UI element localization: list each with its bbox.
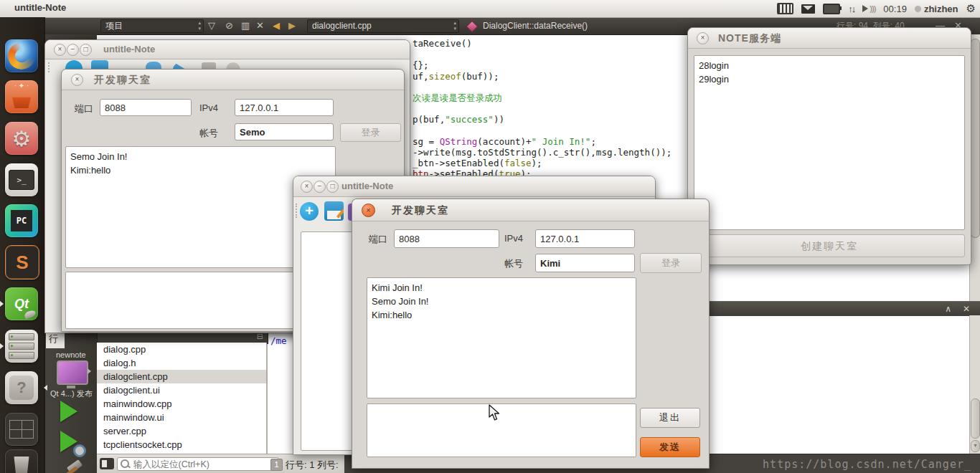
ipv4-input[interactable] xyxy=(535,229,635,248)
clock[interactable]: 00:19 xyxy=(883,4,907,14)
pane-scrollbar-thumb[interactable] xyxy=(971,398,980,439)
pane-scrollbar[interactable]: ▾ xyxy=(969,315,980,454)
launcher-item-firefox[interactable] xyxy=(5,39,38,72)
save-note-button[interactable] xyxy=(324,201,344,221)
mail-icon[interactable] xyxy=(801,4,815,14)
message-input-2[interactable] xyxy=(367,403,636,457)
session-gear-icon[interactable]: ⚙ xyxy=(966,2,976,15)
server-close-button[interactable]: × xyxy=(697,32,709,44)
launcher-item-system-settings[interactable] xyxy=(5,122,38,155)
file-row[interactable]: tcpclientsocket.cpp xyxy=(97,438,266,452)
create-room-button[interactable]: 创建聊天室 xyxy=(694,234,965,257)
launcher-item-pycharm[interactable]: PC xyxy=(5,204,38,237)
file-row[interactable]: dialog.cpp xyxy=(97,343,266,356)
scroll-down-button[interactable]: ▾ xyxy=(971,440,980,452)
dialog1-close-button[interactable]: × xyxy=(71,74,83,86)
locator-input[interactable] xyxy=(117,457,279,471)
watermark: https://blog.csdn.net/Canger_ xyxy=(763,458,971,471)
project-combo[interactable]: 项目 ▴▾ xyxy=(100,19,204,33)
focused-indicator xyxy=(41,385,47,391)
exit-button[interactable]: 退出 xyxy=(640,408,700,428)
launcher-item-help-unknown[interactable]: ? xyxy=(5,371,38,404)
file-row[interactable]: dialogclient.cpp xyxy=(97,370,266,383)
file-row[interactable]: dialog.h xyxy=(97,356,266,370)
window2-title: untitle-Note xyxy=(341,181,393,191)
launcher-item-trash[interactable] xyxy=(5,449,38,473)
keyboard-indicator-icon[interactable] xyxy=(777,3,793,14)
active-app-title[interactable]: untitle-Note xyxy=(14,2,66,13)
dialog2-titlebar[interactable]: × 开发聊天室 xyxy=(352,199,709,221)
account-input[interactable] xyxy=(235,123,334,140)
code-line xyxy=(413,82,672,92)
editor-scrollbar-thumb[interactable] xyxy=(971,39,980,238)
forward-icon[interactable]: ▶ xyxy=(288,20,296,32)
symbol-icon xyxy=(466,21,479,33)
code-path-fragment: /me xyxy=(270,335,287,346)
file-row[interactable]: mainwindow.cpp xyxy=(97,397,266,411)
code-line: {}; xyxy=(413,59,672,70)
window2-maximize-button[interactable]: □ xyxy=(326,181,339,193)
running-indicator xyxy=(0,301,6,307)
open-documents-list: dialog.cppdialog.hdialogclient.cppdialog… xyxy=(97,343,267,471)
launcher-item-workspace-switcher[interactable] xyxy=(5,413,38,446)
close-doc-icon[interactable]: ✕ xyxy=(256,20,264,32)
ipv4-label: IPv4 xyxy=(199,102,218,113)
dialog2-close-button[interactable]: × xyxy=(362,204,375,217)
window2-close-button[interactable]: × xyxy=(301,181,313,193)
code-line: ->write(msg.toStdString().c_str(),msg.le… xyxy=(413,147,672,158)
file-combo[interactable]: dialogclient.cpp ▴▾ xyxy=(307,19,459,33)
battery-icon[interactable] xyxy=(823,4,840,14)
editor-divider xyxy=(267,330,268,454)
pane-close-icon[interactable]: ✕ xyxy=(963,304,970,314)
chat-log-2[interactable]: Kimi Join In! Semo Join In! Kimi:hello xyxy=(367,277,636,398)
code-line xyxy=(413,125,672,136)
filter-icon[interactable]: ▽ xyxy=(208,20,215,32)
back-icon[interactable]: ◀ xyxy=(273,20,280,32)
window2-minimize-button[interactable]: − xyxy=(314,181,326,193)
launcher-item-sublime-text[interactable]: S xyxy=(5,245,39,280)
target-expand-icon[interactable] xyxy=(88,368,94,374)
link-icon[interactable]: ⊘ xyxy=(225,20,233,32)
kit-label: Qt 4...) 发布 xyxy=(50,388,93,399)
account-input[interactable] xyxy=(535,254,635,272)
pane-collapse-icon[interactable]: ∧ xyxy=(945,304,951,314)
file-row[interactable]: server.cpp xyxy=(97,424,266,438)
window1-close-button[interactable]: × xyxy=(54,44,66,56)
server-titlebar[interactable]: × NOTE服务端 xyxy=(688,28,971,49)
launcher-item-qt-creator[interactable]: Qt xyxy=(5,287,38,320)
send-button[interactable]: 发送 xyxy=(640,437,700,457)
window1-maximize-button[interactable]: □ xyxy=(80,44,92,56)
window1-minimize-button[interactable]: − xyxy=(67,44,79,56)
network-arrows-icon[interactable]: ↑↓ xyxy=(848,4,854,14)
ipv4-input[interactable] xyxy=(235,99,334,116)
run-button[interactable] xyxy=(60,401,88,422)
volume-icon[interactable]: ))) xyxy=(862,4,875,13)
build-button[interactable] xyxy=(57,462,86,473)
dialog1-titlebar[interactable]: × 开发聊天室 xyxy=(62,70,404,90)
server-log[interactable]: 28login 29login xyxy=(694,55,965,230)
project-combo-label: 项目 xyxy=(105,21,123,31)
launcher-item-servers[interactable] xyxy=(5,330,38,363)
code-line: taReceive() xyxy=(413,38,672,49)
login-button[interactable]: 登录 xyxy=(640,253,702,273)
add-note-button[interactable]: + xyxy=(300,202,319,221)
window1-titlebar[interactable]: × − □ untitle-Note xyxy=(45,40,410,59)
window2-titlebar[interactable]: × − □ untitle-Note xyxy=(293,176,655,197)
system-tray: ↑↓ ))) 00:19 zhizhen ⚙ xyxy=(777,0,976,17)
code-text: taReceive(){};uf,sizeof(buf));次读是读是否登录成功… xyxy=(413,38,672,179)
file-row[interactable]: mainwindow.ui xyxy=(97,411,266,424)
file-row[interactable]: dialogclient.ui xyxy=(97,383,266,397)
user-menu[interactable]: zhizhen xyxy=(915,4,958,14)
target-selector-icon[interactable] xyxy=(57,360,88,385)
port-input[interactable] xyxy=(100,99,192,116)
split-icon[interactable]: ▥ xyxy=(241,20,250,32)
launcher-item-software-center[interactable] xyxy=(5,80,38,113)
login-button[interactable]: 登录 xyxy=(340,123,401,142)
launcher-item-terminal[interactable]: >_ xyxy=(5,163,38,196)
sidebar-toggle-button[interactable] xyxy=(100,458,114,469)
account-label: 帐号 xyxy=(504,257,523,270)
top-menubar: untitle-Note ↑↓ ))) 00:19 zhizhen ⚙ xyxy=(0,0,980,18)
port-input[interactable] xyxy=(394,229,499,248)
symbol-combo[interactable]: DialogClient::dataReceive() xyxy=(478,19,696,33)
desktop: 项目 ▴▾ ▽ ⊘ ▥ ✕ ◀ ▶ dialogclient.cpp ▴▾ Di… xyxy=(0,0,980,473)
